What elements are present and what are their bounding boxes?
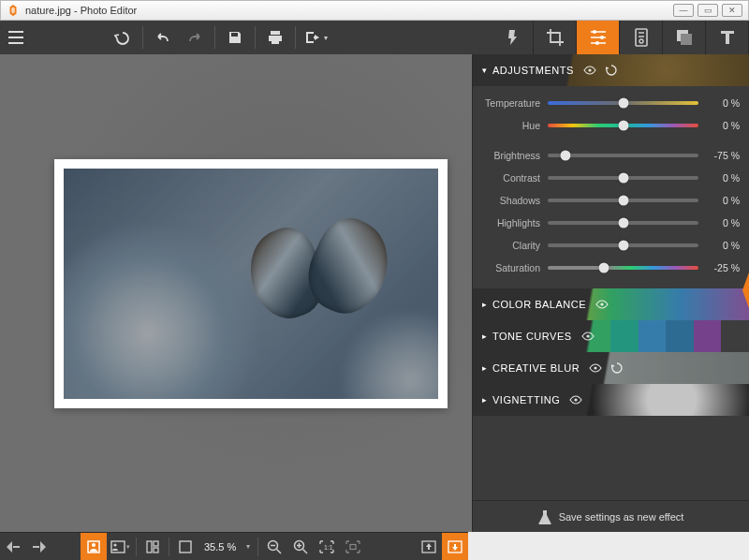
tab-effects[interactable] — [491, 21, 534, 54]
zoom-out-button[interactable] — [261, 533, 287, 561]
svg-point-8 — [600, 302, 603, 305]
slider-track-clarity[interactable] — [548, 243, 698, 247]
slider-track-temperature[interactable] — [548, 101, 698, 105]
export-image-button[interactable] — [442, 533, 468, 561]
section-tone-curves: ▸ TONE CURVES — [473, 320, 749, 352]
tab-crop[interactable] — [534, 21, 577, 54]
slider-track-contrast[interactable] — [548, 176, 698, 180]
fit-screen-button[interactable] — [172, 533, 198, 561]
tab-adjustments[interactable] — [577, 21, 620, 54]
slider-contrast: Contrast 0 % — [482, 167, 740, 189]
flask-icon — [538, 509, 551, 524]
zoom-dropdown-button[interactable]: ▾ — [242, 533, 255, 561]
window-maximize-button[interactable]: ▭ — [698, 4, 718, 17]
svg-point-7 — [588, 68, 591, 71]
svg-rect-18 — [154, 548, 158, 553]
section-head-tone-curves[interactable]: ▸ TONE CURVES — [473, 320, 749, 352]
svg-point-13 — [92, 543, 95, 547]
undo-all-button[interactable] — [107, 21, 139, 54]
window-minimize-button[interactable]: — — [673, 4, 694, 17]
section-head-adjustments[interactable]: ▾ ADJUSTMENTS — [473, 54, 749, 86]
tab-overlays[interactable] — [663, 21, 706, 54]
section-head-creative-blur[interactable]: ▸ CREATIVE BLUR — [473, 352, 749, 384]
section-title: VIGNETTING — [492, 394, 560, 405]
section-head-vignetting[interactable]: ▸ VIGNETTING — [473, 384, 749, 416]
slider-shadows: Shadows 0 % — [482, 189, 740, 212]
expand-icon: ▸ — [482, 363, 487, 373]
photo-canvas[interactable] — [54, 159, 448, 408]
menu-button[interactable] — [0, 21, 32, 54]
svg-point-1 — [600, 36, 604, 39]
expand-icon: ▸ — [482, 300, 487, 309]
slider-temperature: Temperature 0 % — [482, 92, 740, 114]
adjustments-sliders: Temperature 0 % Hue 0 % Brightness -75 % — [473, 86, 749, 288]
right-panel: ▾ ADJUSTMENTS Temperature 0 % Hue 0 % — [472, 54, 749, 532]
prev-image-button[interactable] — [0, 533, 26, 561]
section-vignetting: ▸ VIGNETTING — [473, 384, 749, 416]
svg-rect-19 — [180, 541, 191, 553]
tab-text[interactable] — [706, 21, 749, 54]
bottom-toolbar: ▾ 35.5 % ▾ 1:1 — [0, 532, 468, 560]
zoom-level[interactable]: 35.5 % — [198, 541, 242, 553]
visibility-toggle-icon[interactable] — [581, 332, 595, 341]
single-view-button[interactable] — [81, 533, 107, 561]
section-title: CREATIVE BLUR — [492, 362, 580, 374]
section-title: ADJUSTMENTS — [492, 65, 574, 76]
slider-value: 0 % — [698, 97, 740, 109]
svg-rect-23 — [350, 544, 356, 549]
export-button[interactable]: ▾ — [300, 21, 331, 54]
slider-track-saturation[interactable] — [548, 266, 698, 270]
slider-hue: Hue 0 % — [482, 114, 740, 137]
canvas-area[interactable] — [0, 54, 472, 532]
zoom-fit-button[interactable] — [340, 533, 366, 561]
next-image-button[interactable] — [26, 533, 52, 561]
svg-point-11 — [575, 398, 578, 401]
print-button[interactable] — [259, 21, 291, 54]
section-head-color-balance[interactable]: ▸ COLOR BALANCE — [473, 288, 749, 320]
slider-value: 0 % — [698, 120, 740, 131]
slider-track-highlights[interactable] — [548, 221, 698, 225]
undo-button[interactable] — [147, 21, 179, 54]
svg-rect-6 — [681, 34, 692, 45]
compare-view-button[interactable]: ▾ — [107, 533, 133, 561]
app-logo-icon — [7, 4, 20, 17]
save-as-effect-label: Save settings as new effect — [559, 511, 684, 523]
visibility-toggle-icon[interactable] — [569, 395, 582, 405]
svg-point-10 — [594, 366, 596, 369]
zoom-actual-button[interactable]: 1:1 — [314, 533, 340, 561]
zoom-in-button[interactable] — [287, 533, 314, 561]
visibility-toggle-icon[interactable] — [589, 363, 602, 373]
svg-rect-16 — [147, 541, 152, 553]
svg-point-15 — [113, 543, 116, 546]
svg-rect-17 — [154, 541, 158, 546]
layout-button[interactable] — [140, 533, 166, 561]
import-button[interactable] — [416, 533, 442, 561]
slider-value: 0 % — [698, 195, 740, 206]
slider-clarity: Clarity 0 % — [482, 234, 740, 257]
svg-text:1:1: 1:1 — [324, 544, 333, 551]
slider-highlights: Highlights 0 % — [482, 212, 740, 234]
slider-track-brightness[interactable] — [548, 154, 698, 157]
svg-point-9 — [586, 334, 589, 337]
tab-retouch[interactable] — [620, 21, 663, 54]
save-as-effect-button[interactable]: Save settings as new effect — [473, 500, 749, 532]
slider-value: 0 % — [698, 240, 740, 251]
slider-brightness: Brightness -75 % — [482, 144, 740, 167]
slider-value: -75 % — [698, 150, 740, 161]
svg-point-2 — [595, 41, 599, 45]
slider-value: 0 % — [698, 217, 740, 228]
section-title: TONE CURVES — [492, 331, 572, 342]
visibility-toggle-icon[interactable] — [595, 300, 609, 309]
save-button[interactable] — [219, 21, 251, 54]
visibility-toggle-icon[interactable] — [583, 66, 596, 75]
reset-icon[interactable] — [611, 362, 623, 374]
window-title: nature.jpg - Photo Editor — [25, 5, 137, 16]
window-close-button[interactable]: ✕ — [722, 4, 742, 17]
section-creative-blur: ▸ CREATIVE BLUR — [473, 352, 749, 384]
reset-icon[interactable] — [606, 65, 617, 76]
main-toolbar: ▾ — [0, 21, 749, 54]
redo-button[interactable] — [179, 21, 211, 54]
slider-track-hue[interactable] — [548, 124, 698, 127]
expand-icon: ▸ — [482, 332, 487, 341]
slider-track-shadows[interactable] — [548, 199, 698, 202]
